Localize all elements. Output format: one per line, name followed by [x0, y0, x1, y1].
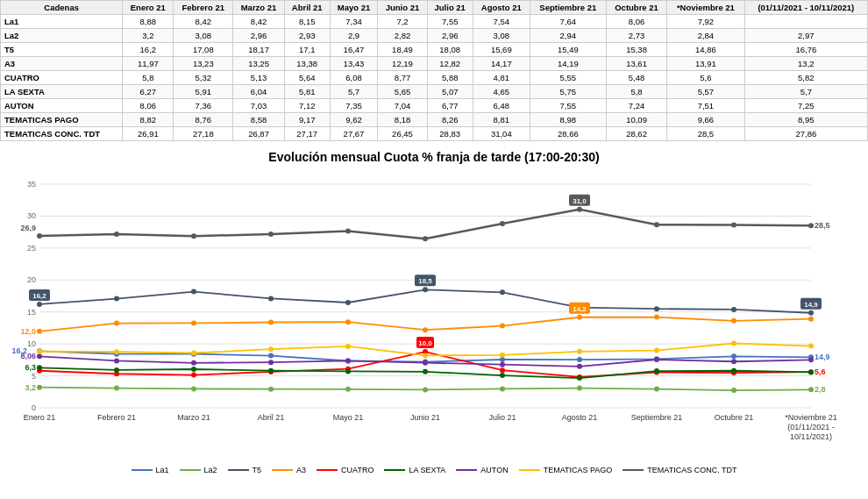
svg-point-106	[500, 373, 505, 378]
table-cell: 5,8	[123, 71, 174, 85]
table-header: Julio 21	[427, 1, 473, 15]
table-cell: 2,97	[744, 29, 867, 43]
table-cell: 2,96	[233, 29, 285, 43]
table-cell: 5,48	[606, 71, 666, 85]
table-row: TEMATICAS PAGO8,828,768,589,179,628,188,…	[1, 113, 868, 127]
table-header: Agosto 21	[473, 1, 530, 15]
svg-text:8,06: 8,06	[20, 352, 36, 360]
svg-text:10/11/2021): 10/11/2021)	[790, 432, 832, 441]
svg-point-118	[500, 362, 505, 367]
svg-text:Marzo 21: Marzo 21	[177, 413, 210, 422]
table-cell: 6,08	[330, 71, 378, 85]
svg-text:*Noviembre 21: *Noviembre 21	[785, 413, 837, 422]
legend-label: La2	[204, 466, 217, 474]
table-cell: 26,87	[233, 127, 285, 141]
table-cell: 14,19	[530, 57, 606, 71]
svg-text:Febrero 21: Febrero 21	[97, 413, 136, 422]
table-cell: 7,64	[530, 15, 606, 29]
table-header: Mayo 21	[330, 1, 378, 15]
svg-text:Abril 21: Abril 21	[258, 413, 285, 422]
cadena-name: AUTON	[1, 99, 123, 113]
table-cell: 2,84	[667, 29, 745, 43]
legend-line	[623, 469, 644, 471]
svg-point-102	[191, 367, 196, 372]
svg-text:Septiembre 21: Septiembre 21	[631, 413, 683, 422]
table-cell	[744, 15, 867, 29]
svg-point-143	[654, 222, 659, 227]
table-cell: 8,88	[123, 15, 174, 29]
legend-label: LA SEXTA	[409, 466, 445, 474]
svg-point-144	[731, 222, 736, 227]
svg-point-60	[423, 287, 428, 292]
table-cell: 8,42	[233, 15, 285, 29]
svg-text:31,0: 31,0	[573, 197, 587, 205]
svg-point-104	[345, 368, 351, 374]
svg-point-57	[191, 289, 196, 295]
legend-line	[456, 469, 477, 471]
svg-point-141	[500, 221, 505, 226]
svg-text:2,8: 2,8	[815, 385, 826, 394]
table-cell: 28,66	[530, 127, 606, 141]
svg-point-121	[731, 359, 736, 364]
svg-point-132	[654, 348, 659, 353]
svg-text:15: 15	[27, 308, 36, 317]
table-cell: 4,81	[473, 71, 530, 85]
table-cell: 17,1	[284, 43, 330, 57]
table-cell: 7,55	[427, 15, 473, 29]
svg-point-42	[37, 385, 42, 390]
svg-text:3,2: 3,2	[25, 383, 36, 392]
table-row: CUATRO5,85,325,135,646,088,775,884,815,5…	[1, 71, 868, 85]
table-cell: 16,76	[744, 43, 867, 57]
svg-point-51	[731, 388, 736, 393]
svg-point-92	[500, 367, 505, 373]
table-cell: 13,25	[233, 57, 285, 71]
table-row: AUTON8,067,367,037,127,357,046,776,487,5…	[1, 99, 868, 113]
svg-point-58	[268, 296, 274, 301]
table-header: Febrero 21	[174, 1, 233, 15]
table-cell: 8,15	[284, 15, 330, 29]
table-cell: 7,04	[378, 99, 427, 113]
svg-text:(01/11/2021 -: (01/11/2021 -	[787, 423, 835, 431]
svg-point-114	[191, 360, 196, 366]
svg-point-72	[37, 329, 42, 334]
svg-point-88	[191, 373, 196, 378]
table-cell: 14,17	[473, 57, 530, 71]
chart-container: Evolución mensual Cuota % franja de tard…	[0, 141, 868, 480]
table-cell: 5,65	[378, 85, 427, 99]
svg-point-135	[37, 233, 42, 239]
table-cell: 5,64	[284, 71, 330, 85]
table-cell: 8,18	[378, 113, 427, 127]
svg-point-145	[808, 223, 814, 228]
svg-text:18,5: 18,5	[418, 277, 432, 285]
svg-text:6,3: 6,3	[25, 363, 36, 372]
svg-text:Agosto 21: Agosto 21	[562, 413, 598, 422]
svg-point-43	[114, 386, 119, 391]
table-cell: 8,26	[427, 113, 473, 127]
cadena-name: CUATRO	[1, 71, 123, 85]
table-cell: 16,2	[123, 43, 174, 57]
table-cell: 7,12	[284, 99, 330, 113]
legend-label: T5	[253, 466, 262, 474]
table-cell: 5,7	[330, 85, 378, 99]
svg-text:16,2: 16,2	[32, 292, 46, 300]
svg-point-128	[345, 344, 351, 349]
svg-point-129	[423, 353, 428, 358]
table-header: Septiembre 21	[530, 1, 606, 15]
svg-point-38	[731, 353, 736, 359]
svg-point-77	[423, 327, 428, 332]
svg-point-103	[268, 368, 274, 374]
table-cell: 8,98	[530, 113, 606, 127]
table-cell: 5,57	[667, 85, 745, 99]
svg-point-47	[423, 387, 428, 392]
table-header: (01/11/2021 - 10/11/2021)	[744, 1, 867, 15]
legend-item: La2	[180, 466, 217, 474]
table-cell: 2,93	[284, 29, 330, 43]
table-cell: 13,38	[284, 57, 330, 71]
table-cell: 8,77	[378, 71, 427, 85]
svg-text:30: 30	[27, 211, 36, 220]
svg-text:Junio 21: Junio 21	[410, 413, 440, 422]
svg-point-48	[500, 386, 505, 391]
table-cell: 5,8	[606, 85, 666, 99]
svg-point-55	[37, 302, 42, 307]
table-cell: 27,17	[284, 127, 330, 141]
